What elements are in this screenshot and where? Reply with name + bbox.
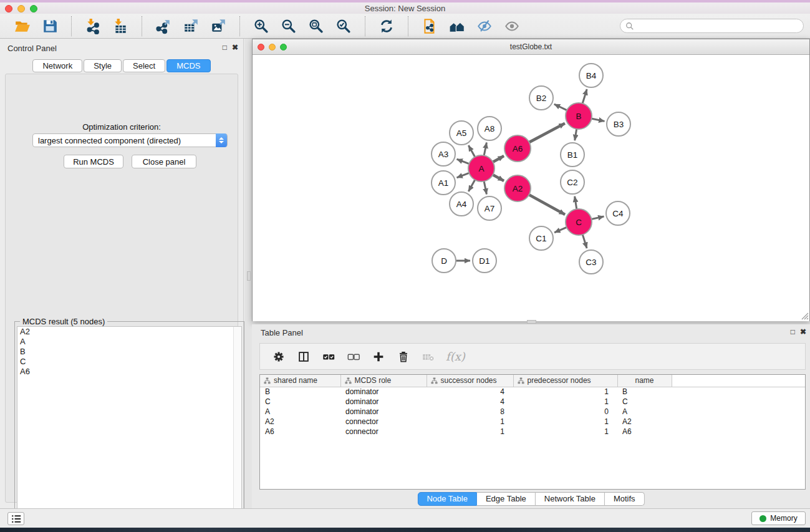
table-row[interactable]: A2connector11A2 bbox=[260, 417, 805, 427]
add-column-button[interactable] bbox=[370, 348, 387, 365]
close-panel-button[interactable]: Close panel bbox=[132, 155, 196, 168]
tab-network[interactable]: Network bbox=[32, 59, 82, 72]
task-history-button[interactable] bbox=[7, 512, 24, 525]
save-floppy-icon bbox=[42, 18, 58, 34]
column-header-predecessor-nodes[interactable]: predecessor nodes bbox=[513, 375, 617, 387]
result-item-C[interactable]: C bbox=[17, 357, 241, 367]
graph-edge-A-A6[interactable] bbox=[492, 156, 504, 163]
column-header-shared-name[interactable]: shared name bbox=[260, 375, 340, 387]
window-resize-grip[interactable] bbox=[800, 311, 809, 320]
result-scrollbar[interactable] bbox=[233, 327, 241, 531]
tab-style[interactable]: Style bbox=[84, 59, 122, 72]
zoom-in-button[interactable] bbox=[251, 16, 271, 36]
result-item-B[interactable]: B bbox=[17, 347, 241, 357]
graph-edge-A-A3[interactable] bbox=[457, 159, 471, 164]
deselect-all-columns-button[interactable] bbox=[345, 348, 362, 365]
zoom-fit-icon bbox=[308, 18, 324, 34]
graph-edge-A2-C[interactable] bbox=[528, 194, 566, 215]
float-table-panel-icon[interactable]: □ bbox=[791, 327, 795, 336]
tab-mcds[interactable]: MCDS bbox=[166, 59, 210, 72]
result-item-A2[interactable]: A2 bbox=[17, 327, 241, 337]
graph-edge-B-B2[interactable] bbox=[554, 104, 568, 111]
column-header-name[interactable]: name bbox=[617, 375, 672, 387]
close-panel-icon[interactable]: ✖ bbox=[232, 43, 238, 52]
export-network-button[interactable] bbox=[153, 16, 173, 36]
checked-boxes-icon bbox=[322, 350, 335, 364]
table-row[interactable]: Bdominator41B bbox=[260, 387, 805, 397]
graph-edge-B-B3[interactable] bbox=[591, 118, 605, 122]
cell-filler bbox=[672, 407, 805, 417]
graph-node-label-B4: B4 bbox=[586, 71, 597, 80]
hide-selected-button[interactable] bbox=[475, 16, 494, 36]
cell-successor-nodes: 1 bbox=[427, 427, 513, 437]
network-document-icon bbox=[422, 18, 438, 34]
zoom-out-button[interactable] bbox=[279, 16, 299, 36]
table-settings-button[interactable] bbox=[270, 348, 287, 365]
float-panel-icon[interactable]: □ bbox=[223, 43, 227, 52]
network-window-titlebar[interactable]: testGlobe.txt bbox=[253, 39, 809, 55]
tab-network-table[interactable]: Network Table bbox=[536, 492, 605, 506]
graph-edge-A-A4[interactable] bbox=[468, 179, 475, 191]
zoom-fit-button[interactable] bbox=[306, 16, 326, 36]
export-table-button[interactable] bbox=[181, 16, 201, 36]
splitter-handle-bottom[interactable] bbox=[527, 320, 536, 324]
delete-table-button[interactable] bbox=[420, 348, 437, 365]
zoom-selected-button[interactable] bbox=[334, 16, 354, 36]
graph-edge-A-A7[interactable] bbox=[484, 180, 487, 195]
splitter-handle-left[interactable] bbox=[247, 271, 251, 281]
graph-edge-B-B1[interactable] bbox=[575, 128, 577, 141]
table-row[interactable]: Adominator80A bbox=[260, 407, 805, 417]
import-network-button[interactable] bbox=[83, 16, 103, 36]
toolbar-separator bbox=[142, 16, 142, 36]
delete-column-button[interactable] bbox=[395, 348, 412, 365]
graph-edge-C-C2[interactable] bbox=[575, 196, 577, 211]
import-network-icon bbox=[85, 18, 101, 34]
function-builder-button[interactable]: f(x) bbox=[446, 350, 465, 363]
import-table-button[interactable] bbox=[110, 16, 130, 36]
column-header-MCDS-role[interactable]: MCDS role bbox=[340, 375, 427, 387]
export-image-button[interactable] bbox=[208, 16, 228, 36]
trash-icon bbox=[397, 350, 410, 364]
show-hidden-button[interactable] bbox=[502, 16, 522, 36]
graph-edge-A6-B[interactable] bbox=[528, 123, 565, 143]
table-row[interactable]: A6connector11A6 bbox=[260, 427, 805, 437]
graph-edge-A-A2[interactable] bbox=[492, 174, 504, 181]
graph-edge-B-B4[interactable] bbox=[582, 89, 587, 105]
network-graph[interactable]: AA6A2BCA1A3A5A8A4A7B2B4B3B1C2C4C1C3DD1 bbox=[253, 56, 809, 321]
home-houses-icon bbox=[449, 18, 465, 34]
refresh-network-button[interactable] bbox=[377, 16, 397, 36]
tab-select[interactable]: Select bbox=[123, 59, 165, 72]
select-all-columns-button[interactable] bbox=[320, 348, 337, 365]
graph-node-label-C4: C4 bbox=[612, 209, 624, 218]
tab-motifs[interactable]: Motifs bbox=[605, 492, 645, 506]
search-field[interactable] bbox=[620, 19, 804, 33]
tab-node-table[interactable]: Node Table bbox=[417, 492, 477, 506]
application-window: Session: New Session Control Panel □ bbox=[0, 0, 810, 532]
criterion-dropdown[interactable]: largest connected component (directed) bbox=[32, 133, 228, 147]
network-from-selection-button[interactable] bbox=[420, 16, 440, 36]
table-row[interactable]: Cdominator41C bbox=[260, 397, 805, 407]
graph-edge-C-C4[interactable] bbox=[591, 216, 604, 220]
graph-edge-A-A5[interactable] bbox=[468, 145, 475, 158]
tab-edge-table[interactable]: Edge Table bbox=[477, 492, 536, 506]
column-header-successor-nodes[interactable]: successor nodes bbox=[427, 375, 513, 387]
result-item-A[interactable]: A bbox=[17, 337, 241, 347]
graph-edge-A-A1[interactable] bbox=[457, 173, 471, 178]
show-column-panel-button[interactable] bbox=[295, 348, 312, 365]
graph-node-label-B2: B2 bbox=[536, 94, 547, 103]
open-session-button[interactable] bbox=[12, 16, 32, 36]
home-view-button[interactable] bbox=[447, 16, 467, 36]
graph-edge-C-C1[interactable] bbox=[554, 227, 568, 233]
search-input[interactable] bbox=[637, 22, 803, 31]
graph-edge-A-A8[interactable] bbox=[484, 143, 487, 157]
save-session-button[interactable] bbox=[40, 16, 60, 36]
close-table-panel-icon[interactable]: ✖ bbox=[800, 327, 806, 336]
cell-filler bbox=[672, 397, 805, 407]
run-mcds-button[interactable]: Run MCDS bbox=[64, 155, 123, 168]
column-header-label: predecessor nodes bbox=[528, 376, 591, 385]
memory-button[interactable]: Memory bbox=[751, 511, 806, 525]
graph-edge-C-C3[interactable] bbox=[582, 233, 587, 248]
cell-MCDS-role: connector bbox=[340, 427, 427, 437]
result-item-A6[interactable]: A6 bbox=[17, 367, 241, 377]
graph-node-label-D: D bbox=[441, 256, 447, 266]
